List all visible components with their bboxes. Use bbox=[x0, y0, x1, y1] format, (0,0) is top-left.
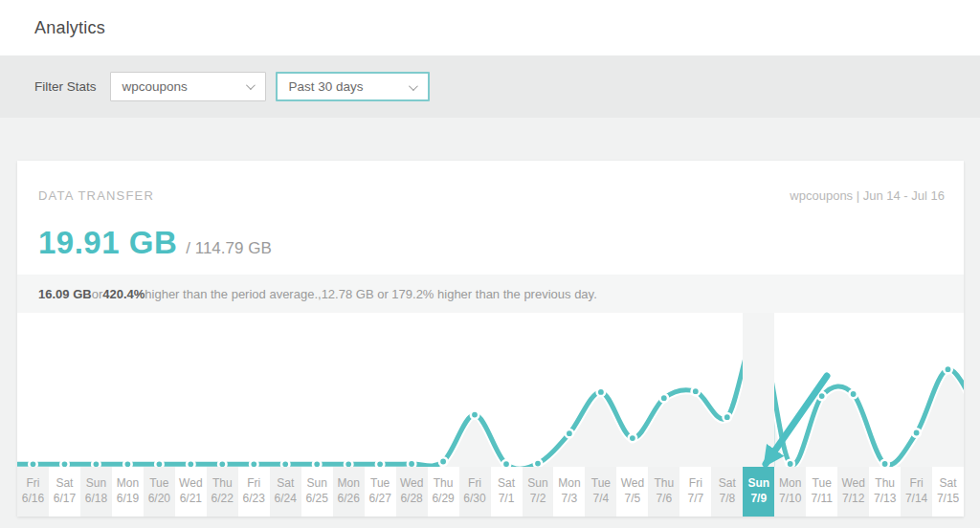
data-point-dot[interactable] bbox=[692, 387, 700, 395]
day-label-cell[interactable]: Sat6/17 bbox=[49, 467, 80, 517]
primary-usage-value: 19.91 GB bbox=[38, 225, 177, 261]
usage-row: 19.91 GB / 114.79 GB bbox=[17, 225, 964, 261]
day-date-label: 7/4 bbox=[585, 491, 616, 506]
day-label-cell[interactable]: Sun7/2 bbox=[523, 467, 554, 517]
day-label-cell[interactable]: Thu7/13 bbox=[869, 467, 901, 517]
day-label-cell[interactable]: Wed7/5 bbox=[616, 467, 648, 517]
day-label-cell[interactable]: Fri7/7 bbox=[679, 467, 711, 517]
day-date-label: 6/29 bbox=[428, 491, 459, 506]
day-label-cell[interactable]: Mon6/26 bbox=[333, 467, 365, 517]
data-point-dot[interactable] bbox=[313, 460, 321, 467]
data-point-dot[interactable] bbox=[408, 460, 415, 467]
data-point-dot[interactable] bbox=[944, 365, 951, 373]
page-header: Analytics bbox=[0, 0, 980, 55]
day-label-cell[interactable]: Wed6/21 bbox=[175, 467, 207, 517]
day-name-label: Fri bbox=[679, 475, 711, 491]
day-date-label: 7/8 bbox=[711, 491, 743, 506]
day-label-cell[interactable]: Thu6/22 bbox=[207, 467, 238, 517]
data-point-dot[interactable] bbox=[566, 429, 573, 437]
data-point-dot[interactable] bbox=[597, 388, 605, 396]
day-label-cell[interactable]: Sun7/9 bbox=[743, 467, 774, 517]
total-usage-value: / 114.79 GB bbox=[186, 239, 271, 258]
day-label-cell[interactable]: Fri6/30 bbox=[459, 467, 491, 517]
day-date-label: 6/24 bbox=[270, 491, 301, 506]
day-label-cell[interactable]: Sat6/24 bbox=[270, 467, 301, 517]
data-point-dot[interactable] bbox=[912, 429, 920, 436]
day-label-cell[interactable]: Fri7/14 bbox=[901, 467, 932, 517]
data-point-dot[interactable] bbox=[849, 390, 857, 398]
day-date-label: 7/5 bbox=[616, 491, 648, 506]
data-point-dot[interactable] bbox=[281, 460, 289, 467]
day-label-cell[interactable]: Wed7/12 bbox=[837, 467, 869, 517]
data-point-dot[interactable] bbox=[29, 460, 36, 467]
day-name-label: Sun bbox=[80, 475, 112, 491]
day-name-label: Fri bbox=[459, 475, 491, 491]
day-name-label: Fri bbox=[238, 475, 270, 491]
day-date-label: 7/14 bbox=[901, 491, 932, 506]
day-name-label: Mon bbox=[333, 475, 365, 491]
day-name-label: Mon bbox=[112, 475, 144, 491]
summary-segment: 16.09 GB bbox=[38, 287, 92, 301]
day-label-cell[interactable]: Sat7/8 bbox=[711, 467, 743, 517]
day-label-cell[interactable]: Wed6/28 bbox=[396, 467, 428, 517]
site-select[interactable]: wpcoupons bbox=[110, 72, 266, 101]
day-label-cell[interactable]: Mon7/3 bbox=[553, 467, 585, 517]
selected-day-column bbox=[743, 313, 774, 467]
day-label-cell[interactable]: Sun6/18 bbox=[80, 467, 112, 517]
data-point-dot[interactable] bbox=[660, 394, 668, 402]
day-name-label: Mon bbox=[553, 475, 585, 491]
day-date-label: 6/30 bbox=[459, 491, 491, 506]
data-point-dot[interactable] bbox=[724, 413, 731, 421]
day-date-label: 7/1 bbox=[491, 491, 523, 506]
date-range-select-value: Past 30 days bbox=[289, 79, 364, 94]
data-point-dot[interactable] bbox=[218, 460, 226, 467]
data-point-dot[interactable] bbox=[502, 460, 510, 467]
data-point-dot[interactable] bbox=[376, 460, 384, 467]
data-point-dot[interactable] bbox=[60, 460, 68, 467]
day-date-label: 7/3 bbox=[553, 491, 585, 506]
chevron-down-icon bbox=[245, 80, 255, 90]
data-point-dot[interactable] bbox=[92, 460, 100, 467]
day-label-cell[interactable]: Sat7/1 bbox=[491, 467, 523, 517]
day-label-cell[interactable]: Sun6/25 bbox=[301, 467, 333, 517]
day-name-label: Wed bbox=[175, 475, 207, 491]
data-point-dot[interactable] bbox=[187, 460, 194, 467]
day-label-cell[interactable]: Thu6/29 bbox=[428, 467, 459, 517]
data-point-dot[interactable] bbox=[471, 410, 479, 418]
day-label-cell[interactable]: Sat7/15 bbox=[932, 467, 964, 517]
data-point-dot[interactable] bbox=[345, 460, 352, 467]
data-point-dot[interactable] bbox=[880, 460, 888, 467]
date-range-select[interactable]: Past 30 days bbox=[276, 72, 430, 101]
data-point-dot[interactable] bbox=[123, 460, 131, 467]
day-axis: Fri6/16Sat6/17Sun6/18Mon6/19Tue6/20Wed6/… bbox=[17, 467, 964, 517]
data-point-dot[interactable] bbox=[787, 460, 794, 467]
day-date-label: 6/26 bbox=[333, 491, 365, 506]
area-chart-canvas[interactable] bbox=[17, 313, 964, 467]
day-label-cell[interactable]: Thu7/6 bbox=[648, 467, 679, 517]
data-point-dot[interactable] bbox=[250, 460, 257, 467]
day-label-cell[interactable]: Tue6/20 bbox=[144, 467, 175, 517]
day-label-cell[interactable]: Fri6/16 bbox=[17, 467, 49, 517]
day-date-label: 6/19 bbox=[112, 491, 144, 506]
summary-segment: 12.78 GB or 179.2% higher than the previ… bbox=[322, 287, 597, 301]
data-point-dot[interactable] bbox=[534, 459, 542, 467]
day-label-cell[interactable]: Tue7/11 bbox=[806, 467, 837, 517]
site-select-value: wpcoupons bbox=[122, 79, 188, 94]
day-name-label: Wed bbox=[396, 475, 428, 491]
day-label-cell[interactable]: Tue6/27 bbox=[365, 467, 396, 517]
data-transfer-chart[interactable] bbox=[17, 313, 964, 467]
usage-summary-bar: 16.09 GB or 420.4% higher than the perio… bbox=[17, 275, 964, 313]
data-point-dot[interactable] bbox=[629, 434, 636, 442]
data-point-dot[interactable] bbox=[818, 392, 826, 400]
day-label-cell[interactable]: Fri6/23 bbox=[238, 467, 270, 517]
day-name-label: Tue bbox=[585, 475, 616, 491]
day-date-label: 6/22 bbox=[207, 491, 238, 506]
day-label-cell[interactable]: Mon7/10 bbox=[774, 467, 806, 517]
day-label-cell[interactable]: Mon6/19 bbox=[112, 467, 144, 517]
summary-segment: or bbox=[92, 287, 103, 301]
day-name-label: Sun bbox=[743, 475, 774, 491]
data-point-dot[interactable] bbox=[439, 457, 447, 465]
main-content: DATA TRANSFER wpcoupons | Jun 14 - Jul 1… bbox=[0, 161, 980, 517]
day-label-cell[interactable]: Tue7/4 bbox=[585, 467, 616, 517]
data-point-dot[interactable] bbox=[155, 460, 163, 467]
